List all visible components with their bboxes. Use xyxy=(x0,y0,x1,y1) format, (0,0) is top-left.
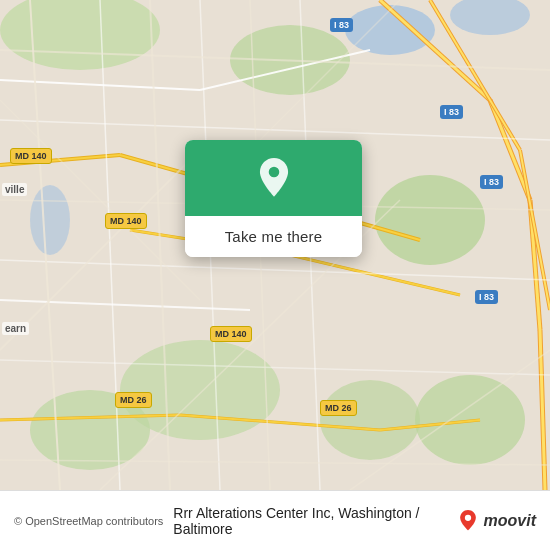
shield-i83-mid1: I 83 xyxy=(440,105,463,119)
location-pin-icon xyxy=(252,158,296,202)
city-label-earn: earn xyxy=(2,322,29,335)
moovit-logo: moovit xyxy=(457,510,536,532)
shield-md140-left: MD 140 xyxy=(10,148,52,164)
shield-i83-top: I 83 xyxy=(330,18,353,32)
popup-card: Take me there xyxy=(185,140,362,257)
svg-point-3 xyxy=(375,175,485,265)
svg-point-6 xyxy=(320,380,420,460)
shield-md140-mid: MD 140 xyxy=(105,213,147,229)
shield-md140-bot: MD 140 xyxy=(210,326,252,342)
bottom-info: Rrr Alterations Center Inc, Washington /… xyxy=(163,505,456,537)
map-view: I 83 I 83 I 83 I 83 MD 140 MD 140 MD 140… xyxy=(0,0,550,490)
shield-i83-bot: I 83 xyxy=(475,290,498,304)
location-name: Rrr Alterations Center Inc, Washington /… xyxy=(173,505,456,537)
shield-md26-right: MD 26 xyxy=(320,400,357,416)
take-me-there-button[interactable]: Take me there xyxy=(185,216,362,257)
svg-point-59 xyxy=(268,167,279,178)
bottom-bar: © OpenStreetMap contributors Rrr Alterat… xyxy=(0,490,550,550)
copyright-text: © OpenStreetMap contributors xyxy=(14,515,163,527)
shield-md26-left: MD 26 xyxy=(115,392,152,408)
moovit-brand-label: moovit xyxy=(484,512,536,530)
city-label-ville: ville xyxy=(2,183,27,196)
moovit-pin-icon xyxy=(457,510,479,532)
popup-header xyxy=(185,140,362,216)
svg-point-10 xyxy=(30,185,70,255)
shield-i83-mid2: I 83 xyxy=(480,175,503,189)
svg-point-8 xyxy=(345,5,435,55)
svg-point-60 xyxy=(464,514,470,520)
